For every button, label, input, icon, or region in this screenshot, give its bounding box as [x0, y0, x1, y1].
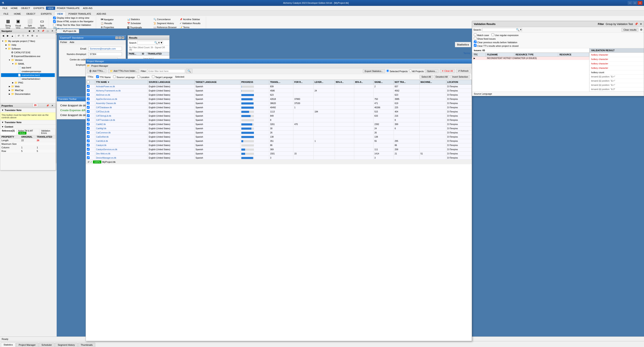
terms-label[interactable]: Terms: [462, 52, 472, 55]
location-check[interactable]: Location: [137, 75, 150, 78]
table-row[interactable]: CATTranslate-Lib.ttk English (United Sta…: [86, 118, 472, 122]
search-filter-btn[interactable]: ▼: [160, 41, 163, 44]
tree-item-expenseit[interactable]: ⚙ ExpenseItStandalone.exe: [1, 54, 55, 58]
statistics-window-btn[interactable]: 📊 Statistics: [126, 18, 152, 21]
table-row[interactable]: AppDevServices.es.ttk English (United St…: [86, 97, 472, 101]
nav-btn-close[interactable]: ✕: [26, 34, 30, 38]
filter-input[interactable]: [147, 69, 185, 73]
tab-segment-history[interactable]: Segment History: [55, 342, 78, 347]
col-tgt-lang[interactable]: TARGET LANGUAGE: [194, 80, 240, 84]
myproject-tab[interactable]: 📄 MyProject.ttk: [57, 29, 79, 33]
col-85[interactable]: 85%-9...: [354, 80, 374, 84]
tree-item-software[interactable]: ▼ 📁 Software: [1, 47, 55, 50]
ttk-name-check[interactable]: TTK Name: [96, 75, 110, 78]
row-check[interactable]: [86, 114, 95, 118]
row-check[interactable]: [86, 152, 95, 156]
acroline-btn[interactable]: 📌 Acroline Sidebar: [178, 18, 204, 21]
expense-menu-fichier[interactable]: Fichier: [60, 41, 67, 44]
navigator-toolbar-btn2[interactable]: ▼: [32, 29, 36, 33]
search-input[interactable]: [138, 41, 154, 44]
tree-item-version[interactable]: ▼ 📁 Version: [1, 58, 55, 62]
filter-search-btn[interactable]: 🔍: [186, 69, 192, 73]
tree-item-docs[interactable]: ▶ 📁 Documentation: [1, 92, 55, 96]
navigator-toolbar-btn1[interactable]: ◀: [27, 29, 31, 33]
table-row[interactable]: CATDocLib.ttk English (United States) Sp…: [86, 110, 472, 114]
email-input[interactable]: [88, 47, 122, 50]
source-lang-check[interactable]: Source Language: [113, 75, 135, 78]
clear-tts-check[interactable]: Clear TT's results when project is close…: [474, 45, 518, 47]
expense-menu-aide[interactable]: Aide: [70, 41, 74, 44]
nav-btn-sort[interactable]: ≡: [35, 34, 39, 38]
tree-item-baml[interactable]: ▼ 📁 BAML: [1, 62, 55, 66]
tree-item-web[interactable]: ▶ 📁 Web: [1, 84, 55, 88]
menu-experts[interactable]: EXPERTS: [32, 6, 46, 10]
add-ttks-folder-btn[interactable]: 📁 Add TTKs from folder...: [108, 69, 139, 73]
search-clear-btn[interactable]: ✕: [158, 41, 160, 44]
row-check[interactable]: [86, 89, 95, 93]
split-vertically-button[interactable]: ▭ SplitVertically: [37, 17, 47, 30]
translator-note-header[interactable]: ▼ Translator Note: [0, 120, 56, 124]
match-case-check[interactable]: Match case: [474, 33, 489, 36]
add-ttks-btn[interactable]: ➕ Add TTKs...: [87, 69, 106, 73]
ribbon-tab-file[interactable]: FILE: [1, 12, 11, 16]
props-tab-validation[interactable]: Validation Errors: [40, 129, 56, 135]
display-inline-tags-checkbox[interactable]: [53, 16, 56, 19]
options-btn[interactable]: Options...: [425, 69, 438, 73]
row-check[interactable]: [86, 101, 95, 106]
table-row[interactable]: CatUtilLib.ttk English (United States) S…: [86, 139, 472, 143]
close-button[interactable]: ✕: [638, 1, 642, 5]
table-row[interactable]: CatAltgf.ttk English (United States) Spa…: [86, 126, 472, 131]
tree-item-viewchart[interactable]: 📄 viewchartwindow.t: [1, 77, 55, 81]
ribbon-tab-experts[interactable]: EXPERTS: [38, 12, 54, 16]
string-view-button[interactable]: ▦ StringView: [3, 17, 12, 30]
nav-btn-forward[interactable]: ▶: [6, 34, 10, 38]
row-check[interactable]: [86, 93, 95, 97]
menu-home[interactable]: HOME: [9, 6, 19, 10]
table-row[interactable]: Catalyst.ttk English (United States) Spa…: [86, 143, 472, 148]
row-check[interactable]: [86, 143, 95, 148]
deselect-all-btn[interactable]: Deselect All: [434, 75, 450, 79]
select-all-btn[interactable]: Select All: [420, 75, 433, 79]
menu-file[interactable]: FILE: [1, 6, 9, 10]
segment-history-btn[interactable]: 📜 Segment History: [152, 22, 178, 25]
expense-maximize[interactable]: □: [118, 36, 121, 39]
col-sign[interactable]: SIGNE...: [374, 80, 394, 84]
row-check[interactable]: [86, 139, 95, 143]
ribbon-tab-add-ins[interactable]: ADD-INS: [94, 12, 109, 16]
table-row[interactable]: CatalystServices.es.ttk English (United …: [86, 148, 472, 152]
row-check[interactable]: [86, 131, 95, 135]
tab-project-manager[interactable]: Project Manager: [16, 342, 38, 347]
row-check[interactable]: [86, 118, 95, 122]
nav-btn-settings[interactable]: ⚙: [30, 34, 34, 38]
tab-statistics[interactable]: Statistics: [1, 342, 16, 347]
show-html-scripts-checkbox[interactable]: [53, 20, 56, 23]
refresh-btn[interactable]: ↺ Refresh: [456, 69, 470, 73]
context-header[interactable]: ▼ Context: [0, 124, 56, 129]
col-ttk-name[interactable]: TTK NAME ▼: [95, 80, 148, 84]
table-row[interactable]: CatAlt2.ttk English (United States) Span…: [86, 122, 472, 126]
tree-item-root[interactable]: ▼ 📁 My sample project (7 files): [1, 39, 55, 43]
col-machine[interactable]: MACHINE...: [420, 80, 446, 84]
nav-btn-back[interactable]: ◀: [1, 34, 5, 38]
vp-settings-btn[interactable]: ⚙: [640, 28, 642, 31]
row-check[interactable]: [86, 122, 95, 126]
refresh-small-icon[interactable]: ↺: [88, 161, 90, 164]
row-check[interactable]: [86, 110, 95, 114]
table-row[interactable]: CatDotNet.ttk English (United States) Sp…: [86, 135, 472, 139]
use-regex-check[interactable]: Use regular expression: [492, 33, 518, 36]
col-progress[interactable]: PROGRESS: [240, 80, 269, 84]
navigator-window-btn[interactable]: 🗺 Navigator: [100, 18, 125, 21]
tree-item-createexpense[interactable]: 📄 createexpenserepc: [1, 70, 55, 73]
vp-search-input[interactable]: [482, 28, 516, 31]
table-row[interactable]: Assembly Classes.ttk English (United Sta…: [86, 101, 472, 106]
minimize-button[interactable]: ─: [628, 1, 632, 5]
memo-header[interactable]: ▼ Translator Note: [0, 108, 56, 112]
expense-close[interactable]: ✕: [122, 36, 124, 39]
row-check[interactable]: [86, 97, 95, 101]
table-row[interactable]: CatCommon.ttk English (United States) Sp…: [86, 131, 472, 135]
navigator-toolbar-btn3[interactable]: ✕: [36, 29, 40, 33]
concordance-window-btn[interactable]: 🔍 Concordance: [152, 18, 178, 21]
invert-selection-btn[interactable]: Invert Selection: [450, 75, 470, 79]
menu-power-translate[interactable]: POWER TRANSLATE: [55, 6, 81, 10]
employee-input[interactable]: [88, 52, 122, 56]
